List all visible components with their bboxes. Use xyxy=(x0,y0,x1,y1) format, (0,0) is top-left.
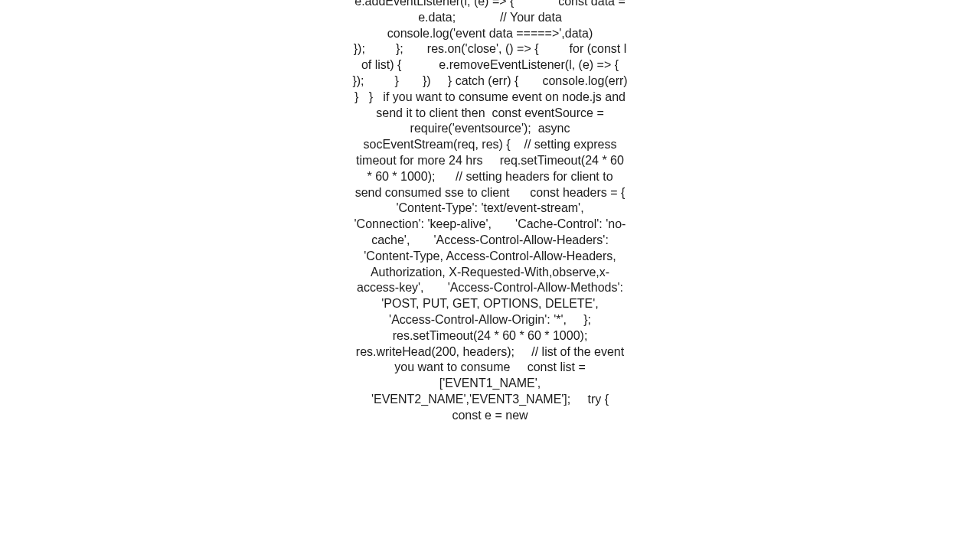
content-wrapper: e.addEventListener(l, (e) => { const dat… xyxy=(0,0,980,551)
code-text-block: e.addEventListener(l, (e) => { const dat… xyxy=(352,0,628,551)
